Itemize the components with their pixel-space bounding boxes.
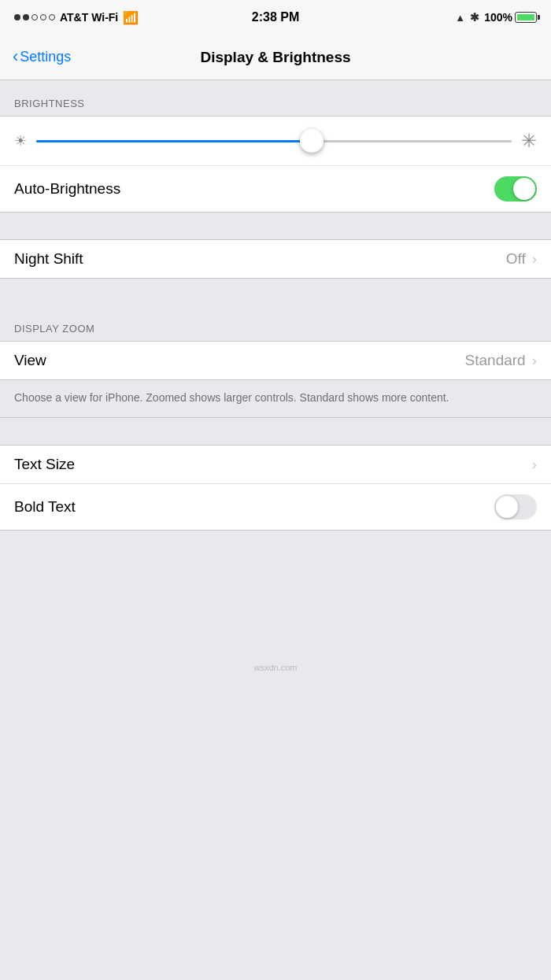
- wifi-icon: 📶: [123, 10, 139, 25]
- gap-1: [0, 213, 551, 239]
- view-chevron-icon: ›: [532, 352, 537, 369]
- signal-dot-5: [49, 14, 55, 20]
- battery-icon: [515, 12, 537, 23]
- signal-dot-4: [40, 14, 46, 20]
- bottom-fill: [0, 531, 551, 656]
- bluetooth-icon: ✱: [470, 11, 479, 24]
- watermark: wsxdn.com: [0, 656, 551, 679]
- brightness-section-header: BRIGHTNESS: [0, 80, 551, 116]
- gap-3: [0, 418, 551, 445]
- slider-fill: [36, 140, 312, 142]
- view-label: View: [14, 352, 46, 369]
- slider-thumb[interactable]: [300, 129, 324, 153]
- signal-dot-3: [31, 14, 38, 20]
- auto-brightness-toggle-thumb: [513, 178, 535, 200]
- display-zoom-section-header: DISPLAY ZOOM: [0, 305, 551, 341]
- text-size-row[interactable]: Text Size ›: [0, 446, 551, 483]
- back-chevron-icon: ‹: [13, 48, 18, 65]
- brightness-slider[interactable]: [36, 128, 512, 154]
- signal-dot-1: [14, 14, 20, 20]
- display-zoom-card: View Standard ›: [0, 341, 551, 380]
- slider-track: [36, 140, 512, 142]
- sun-large-icon: ✳: [521, 130, 537, 152]
- bold-text-label: Bold Text: [14, 498, 76, 516]
- auto-brightness-label: Auto-Brightness: [14, 180, 120, 198]
- night-shift-row[interactable]: Night Shift Off ›: [0, 240, 551, 278]
- status-left: AT&T Wi-Fi 📶: [14, 10, 139, 25]
- night-shift-right: Off ›: [506, 250, 537, 268]
- nav-bar: ‹ Settings Display & Brightness: [0, 35, 551, 80]
- view-right: Standard ›: [465, 352, 537, 369]
- back-button[interactable]: ‹ Settings: [13, 49, 71, 65]
- location-icon: ▲: [455, 12, 465, 24]
- status-right: ▲ ✱ 100%: [455, 11, 537, 24]
- night-shift-card: Night Shift Off ›: [0, 239, 551, 279]
- auto-brightness-toggle[interactable]: [494, 176, 537, 202]
- page-title: Display & Brightness: [200, 49, 350, 66]
- night-shift-chevron-icon: ›: [532, 250, 537, 268]
- brightness-slider-row: ☀ ✳: [0, 116, 551, 165]
- view-value: Standard: [465, 352, 526, 369]
- bold-text-row: Bold Text: [0, 483, 551, 530]
- status-bar: AT&T Wi-Fi 📶 2:38 PM ▲ ✱ 100%: [0, 0, 551, 35]
- status-time: 2:38 PM: [252, 10, 299, 24]
- brightness-card: ☀ ✳ Auto-Brightness: [0, 116, 551, 213]
- text-card: Text Size › Bold Text: [0, 445, 551, 531]
- battery-level: 100%: [484, 11, 512, 24]
- bold-text-toggle[interactable]: [494, 494, 537, 520]
- text-size-chevron-icon: ›: [532, 456, 537, 473]
- night-shift-label: Night Shift: [14, 250, 83, 268]
- battery-container: 100%: [484, 11, 537, 24]
- carrier-label: AT&T Wi-Fi: [60, 11, 118, 24]
- gap-2: [0, 279, 551, 305]
- display-zoom-description: Choose a view for iPhone. Zoomed shows l…: [0, 380, 551, 418]
- auto-brightness-row: Auto-Brightness: [0, 165, 551, 212]
- night-shift-value: Off: [506, 250, 526, 268]
- signal-dots: [14, 14, 55, 20]
- sun-small-icon: ☀: [14, 132, 27, 150]
- signal-dot-2: [23, 14, 29, 20]
- back-label: Settings: [20, 49, 71, 65]
- view-row[interactable]: View Standard ›: [0, 342, 551, 379]
- battery-fill: [517, 14, 534, 20]
- settings-content: BRIGHTNESS ☀ ✳ Auto-Brightness Night Sh: [0, 80, 551, 679]
- bold-text-toggle-thumb: [496, 496, 518, 518]
- text-size-label: Text Size: [14, 456, 75, 473]
- text-size-right: ›: [532, 456, 537, 473]
